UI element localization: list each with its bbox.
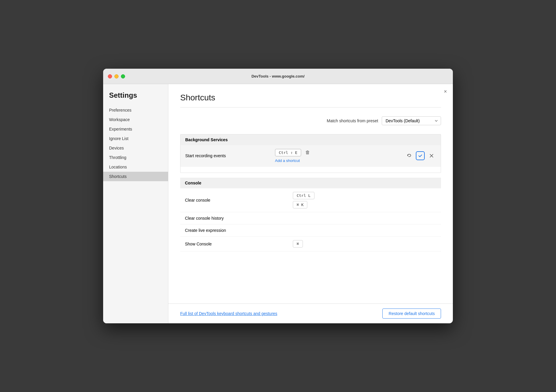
section-title-background-services: Background Services bbox=[180, 134, 441, 145]
shortcut-actions-row bbox=[389, 151, 436, 160]
background-services-section: Background Services Start recording even… bbox=[180, 134, 441, 173]
key-row: Ctrl ⇧ E 🗑 bbox=[275, 149, 380, 156]
sidebar-item-preferences[interactable]: Preferences bbox=[103, 105, 168, 115]
minimize-traffic-light[interactable] bbox=[114, 74, 119, 78]
key-badge-cmd-k: ⌘ K bbox=[293, 201, 307, 208]
section-header-background-services: Background Services bbox=[180, 134, 441, 145]
confirm-button[interactable] bbox=[416, 151, 425, 160]
sidebar-item-locations[interactable]: Locations bbox=[103, 162, 168, 172]
key-row-cmd-k: ⌘ K bbox=[293, 201, 421, 208]
live-expression-actions bbox=[425, 224, 441, 237]
sidebar-item-shortcuts[interactable]: Shortcuts bbox=[103, 172, 168, 181]
close-settings-button[interactable]: × bbox=[444, 89, 447, 94]
main-panel: × Shortcuts Match shortcuts from preset … bbox=[168, 84, 453, 323]
shortcut-row-live-expression: Create live expression bbox=[180, 224, 441, 237]
maximize-traffic-light[interactable] bbox=[121, 74, 125, 78]
shortcut-keys-live-expression bbox=[288, 224, 425, 237]
window-title: DevTools - www.google.com/ bbox=[251, 74, 304, 78]
undo-button[interactable] bbox=[405, 151, 413, 160]
show-console-actions bbox=[425, 237, 441, 251]
dismiss-icon bbox=[429, 154, 434, 158]
preset-label: Match shortcuts from preset bbox=[327, 118, 378, 123]
settings-content: Settings Preferences Workspace Experimen… bbox=[103, 84, 453, 323]
shortcut-name-live-expression: Create live expression bbox=[180, 224, 288, 237]
key-row-ctrl-l: Ctrl L bbox=[293, 192, 421, 199]
titlebar: DevTools - www.google.com/ bbox=[103, 69, 453, 84]
key-badge-cmd-partial: ⌘ bbox=[293, 240, 303, 248]
sidebar: Settings Preferences Workspace Experimen… bbox=[103, 84, 168, 323]
undo-icon bbox=[407, 153, 411, 158]
sidebar-heading: Settings bbox=[103, 91, 168, 105]
keys-cell: Ctrl ⇧ E 🗑 Add a shortcut bbox=[275, 149, 380, 163]
shortcut-row-show-console: Show Console ⌘ bbox=[180, 237, 441, 251]
devtools-window: DevTools - www.google.com/ Settings Pref… bbox=[103, 69, 453, 323]
restore-defaults-button[interactable]: Restore default shortcuts bbox=[382, 309, 441, 319]
sidebar-item-devices[interactable]: Devices bbox=[103, 143, 168, 153]
shortcut-keys-start-recording: Ctrl ⇧ E 🗑 Add a shortcut bbox=[270, 145, 384, 167]
sidebar-item-experiments[interactable]: Experiments bbox=[103, 124, 168, 134]
dismiss-button[interactable] bbox=[427, 151, 436, 160]
shortcut-action-buttons bbox=[384, 145, 441, 167]
page-title: Shortcuts bbox=[180, 93, 441, 102]
section-title-console: Console bbox=[180, 178, 441, 188]
key-badge-ctrl-shift-e[interactable]: Ctrl ⇧ E bbox=[275, 149, 301, 156]
sidebar-item-throttling[interactable]: Throttling bbox=[103, 153, 168, 162]
shortcut-row-clear-console-history: Clear console history bbox=[180, 212, 441, 224]
checkmark-icon bbox=[418, 153, 423, 158]
clear-history-actions bbox=[425, 212, 441, 224]
traffic-lights bbox=[108, 74, 125, 78]
shortcut-name-clear-console: Clear console bbox=[180, 188, 288, 212]
section-header-console: Console bbox=[180, 178, 441, 188]
background-services-table: Background Services Start recording even… bbox=[180, 134, 441, 167]
settings-footer: Full list of DevTools keyboard shortcuts… bbox=[168, 303, 453, 323]
shortcut-keys-show-console: ⌘ bbox=[288, 237, 425, 251]
add-shortcut-container: Add a shortcut bbox=[275, 158, 380, 163]
preset-row: Match shortcuts from preset DevTools (De… bbox=[180, 116, 441, 125]
title-divider bbox=[180, 107, 441, 107]
main-content: × Shortcuts Match shortcuts from preset … bbox=[168, 84, 453, 303]
clear-console-actions bbox=[425, 188, 441, 212]
shortcut-name-start-recording: Start recording events bbox=[180, 145, 270, 167]
shortcut-row-start-recording: Start recording events Ctrl ⇧ E 🗑 Add a … bbox=[180, 145, 441, 167]
delete-key-button[interactable]: 🗑 bbox=[304, 149, 311, 156]
key-row-cmd-partial: ⌘ bbox=[293, 240, 421, 248]
clear-console-keys: Ctrl L ⌘ K bbox=[293, 192, 421, 208]
shortcut-keys-clear-console: Ctrl L ⌘ K bbox=[288, 188, 425, 212]
keyboard-shortcuts-link[interactable]: Full list of DevTools keyboard shortcuts… bbox=[180, 311, 277, 316]
shortcut-name-clear-history: Clear console history bbox=[180, 212, 288, 224]
sidebar-item-workspace[interactable]: Workspace bbox=[103, 115, 168, 124]
key-badge-ctrl-l: Ctrl L bbox=[293, 192, 314, 199]
shortcut-row-clear-console: Clear console Ctrl L ⌘ K bbox=[180, 188, 441, 212]
preset-select[interactable]: DevTools (Default) Visual Studio Code bbox=[382, 116, 441, 125]
console-section: Console Clear console Ctrl L ⌘ bbox=[180, 178, 441, 251]
shortcut-keys-clear-history bbox=[288, 212, 425, 224]
sidebar-item-ignore-list[interactable]: Ignore List bbox=[103, 134, 168, 143]
add-shortcut-link[interactable]: Add a shortcut bbox=[275, 158, 300, 163]
shortcut-name-show-console: Show Console bbox=[180, 237, 288, 251]
console-table: Console Clear console Ctrl L ⌘ bbox=[180, 178, 441, 251]
close-traffic-light[interactable] bbox=[108, 74, 112, 78]
